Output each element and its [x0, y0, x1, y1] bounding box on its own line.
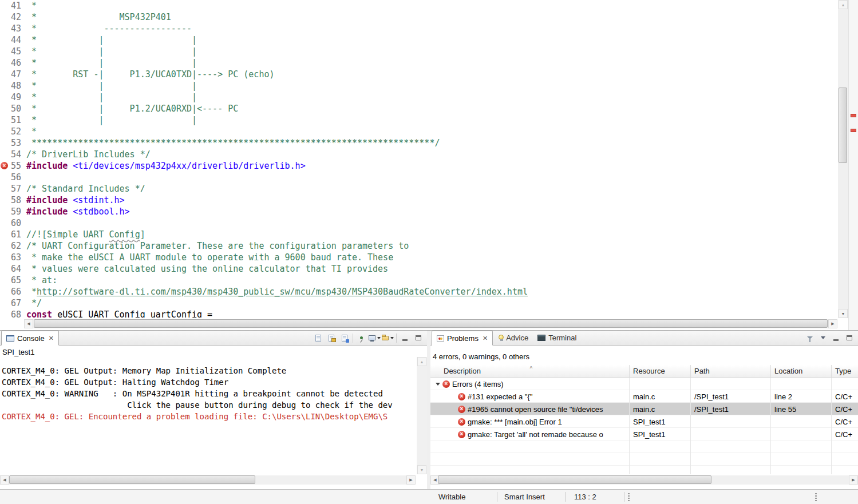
annotation-gutter[interactable]	[0, 149, 10, 160]
annotation-gutter[interactable]	[0, 195, 10, 206]
code-segment: Config	[109, 229, 140, 240]
scroll-right-icon[interactable]: ▶	[849, 475, 858, 485]
problem-row[interactable]: #1965 cannot open source file "ti/device…	[430, 403, 858, 415]
code-segment: * | |	[26, 35, 197, 45]
problems-hscroll-thumb[interactable]	[438, 475, 711, 484]
problems-group-row[interactable]: Errors (4 items)	[430, 378, 858, 390]
line-number: 44	[10, 34, 22, 46]
annotation-gutter[interactable]	[0, 103, 10, 114]
view-menu-icon[interactable]	[816, 332, 829, 344]
tab-advice[interactable]: Advice	[493, 331, 533, 345]
scroll-up-icon[interactable]: ▲	[839, 0, 848, 9]
error-overview-marker[interactable]	[851, 129, 856, 132]
problem-row[interactable]: gmake: Target 'all' not remade because o…	[430, 428, 858, 440]
dropdown-arrow-icon[interactable]	[377, 337, 381, 339]
clear-console-icon[interactable]	[311, 332, 325, 344]
scroll-right-icon[interactable]: ▶	[406, 475, 416, 485]
annotation-gutter[interactable]	[0, 80, 10, 92]
overview-ruler[interactable]	[848, 0, 858, 330]
annotation-gutter[interactable]	[0, 46, 10, 57]
annotation-gutter[interactable]	[0, 217, 10, 229]
tab-terminal-label: Terminal	[548, 334, 576, 342]
annotation-gutter[interactable]	[0, 286, 10, 297]
error-icon	[458, 431, 465, 438]
code-segment: * | P1.2/UCA0RXD|<---- PC	[26, 104, 238, 114]
annotation-gutter[interactable]	[0, 11, 10, 23]
column-header-path[interactable]: Path	[691, 365, 771, 377]
close-icon[interactable]: ✕	[483, 335, 488, 342]
annotation-gutter[interactable]	[0, 263, 10, 275]
scroll-lock-icon[interactable]	[325, 332, 338, 344]
annotation-gutter[interactable]	[0, 126, 10, 137]
annotation-gutter[interactable]	[0, 229, 10, 240]
problems-icon	[437, 335, 444, 342]
console-output[interactable]: CORTEX_M4_0: GEL Output: Memory Map Init…	[0, 357, 417, 474]
annotation-gutter[interactable]	[0, 160, 10, 172]
annotation-gutter[interactable]	[0, 137, 10, 149]
line-number: 52	[10, 126, 22, 137]
minimize-icon[interactable]	[398, 332, 412, 344]
problem-row[interactable]: #131 expected a "{"main.c/SPI_test1line …	[430, 390, 858, 403]
column-header-location[interactable]: Location	[771, 365, 832, 377]
editor-hscroll-thumb[interactable]	[34, 319, 828, 328]
column-header-description[interactable]: Description^	[430, 365, 630, 377]
filter-icon[interactable]	[803, 332, 816, 344]
maximize-icon[interactable]	[843, 332, 856, 344]
scroll-left-icon[interactable]: ◀	[0, 475, 9, 485]
code-editor[interactable]: 41 *42 * MSP432P40143 * ----------------…	[0, 0, 858, 330]
console-horizontal-scrollbar[interactable]: ◀ ▶	[0, 475, 416, 485]
error-icon	[442, 380, 450, 388]
text-editor-area[interactable]: 41 *42 * MSP432P40143 * ----------------…	[0, 0, 838, 318]
problem-type-cell: C/C+	[832, 415, 858, 428]
editor-vscroll-thumb[interactable]	[839, 88, 847, 163]
annotation-gutter[interactable]	[0, 183, 10, 195]
scroll-up-icon[interactable]: ▲	[417, 357, 426, 366]
tab-problems-label: Problems	[447, 334, 479, 343]
annotation-gutter[interactable]	[0, 275, 10, 286]
annotation-gutter[interactable]	[0, 23, 10, 34]
drag-handle[interactable]	[815, 493, 817, 501]
tab-terminal[interactable]: Terminal	[533, 331, 581, 345]
annotation-gutter[interactable]	[0, 57, 10, 69]
scroll-left-icon[interactable]: ◀	[24, 319, 33, 328]
maximize-icon[interactable]	[412, 332, 425, 344]
minimize-icon[interactable]	[829, 332, 843, 344]
scroll-down-icon[interactable]: ▼	[417, 465, 426, 474]
word-wrap-icon[interactable]	[338, 332, 351, 344]
empty-cell	[832, 440, 858, 453]
close-icon[interactable]: ✕	[49, 335, 54, 342]
scroll-right-icon[interactable]: ▶	[828, 319, 837, 328]
pin-console-icon[interactable]	[355, 332, 368, 344]
annotation-gutter[interactable]	[0, 114, 10, 126]
annotation-gutter[interactable]	[0, 92, 10, 103]
code-line: 44 * | |	[0, 34, 838, 46]
annotation-gutter[interactable]	[0, 252, 10, 263]
problems-horizontal-scrollbar[interactable]: ◀ ▶	[430, 475, 858, 485]
error-marker-icon[interactable]	[1, 162, 8, 169]
dropdown-arrow-icon[interactable]	[390, 337, 394, 339]
problems-view: Problems ✕ Advice Terminal 4 errors, 0 w…	[430, 331, 858, 489]
tab-console[interactable]: Console ✕	[1, 331, 59, 346]
console-hscroll-thumb[interactable]	[9, 475, 255, 484]
drag-handle[interactable]	[628, 493, 630, 501]
column-header-type[interactable]: Type	[832, 365, 858, 377]
display-selected-console-icon[interactable]	[368, 332, 381, 344]
error-overview-marker[interactable]	[851, 114, 856, 117]
open-console-icon[interactable]	[381, 332, 394, 344]
annotation-gutter[interactable]	[0, 206, 10, 217]
expander-icon[interactable]	[436, 383, 440, 386]
tab-problems[interactable]: Problems ✕	[432, 331, 493, 346]
column-header-resource[interactable]: Resource	[630, 365, 691, 377]
annotation-gutter[interactable]	[0, 240, 10, 252]
editor-vertical-scrollbar[interactable]: ▲ ▼	[838, 0, 848, 318]
annotation-gutter[interactable]	[0, 69, 10, 80]
annotation-gutter[interactable]	[0, 172, 10, 183]
problem-row[interactable]: gmake: *** [main.obj] Error 1SPI_test1C/…	[430, 415, 858, 428]
scroll-down-icon[interactable]: ▼	[839, 309, 848, 318]
editor-horizontal-scrollbar[interactable]: ◀ ▶	[24, 319, 837, 328]
annotation-gutter[interactable]	[0, 309, 10, 318]
annotation-gutter[interactable]	[0, 297, 10, 309]
annotation-gutter[interactable]	[0, 0, 10, 11]
console-vertical-scrollbar[interactable]: ▲ ▼	[417, 357, 427, 474]
annotation-gutter[interactable]	[0, 34, 10, 46]
